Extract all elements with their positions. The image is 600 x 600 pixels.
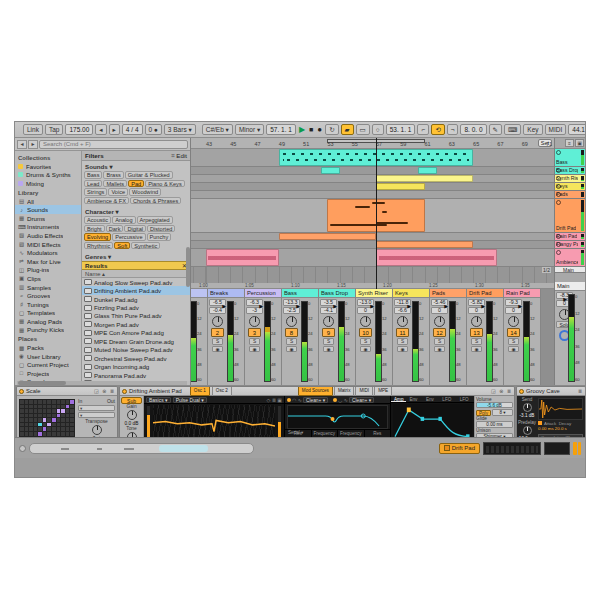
lane-bass[interactable] bbox=[189, 149, 554, 167]
scale-cell[interactable] bbox=[66, 405, 70, 409]
character-tag-acoustic[interactable]: Acoustic bbox=[84, 216, 111, 224]
scale-cell[interactable] bbox=[25, 400, 29, 404]
scale-cell[interactable] bbox=[20, 405, 24, 409]
osc2-tab[interactable]: Osc 2 bbox=[212, 386, 232, 396]
track-header-bass[interactable]: Bass bbox=[555, 149, 585, 167]
ir-display[interactable] bbox=[538, 398, 583, 420]
filter-scrollbar[interactable] bbox=[186, 247, 190, 287]
mixer-track-name[interactable]: Rain Pad bbox=[504, 289, 540, 298]
track-activator-button[interactable]: 2 bbox=[211, 328, 224, 337]
result-item-muted-noise-sweep-pad-adv[interactable]: Muted Noise Sweep Pad.adv bbox=[82, 346, 190, 354]
filter1-type-icons[interactable]: ◠ ∿ bbox=[292, 397, 302, 403]
result-item-morgen-pad-adv[interactable]: Morgen Pad.adv bbox=[82, 320, 190, 328]
result-item-orchestral-sweep-pad-adv[interactable]: Orchestral Sweep Pad.adv bbox=[82, 354, 190, 362]
scale-cell[interactable] bbox=[25, 409, 29, 413]
chain-overview-button[interactable] bbox=[19, 445, 26, 452]
sidebar-item-grooves[interactable]: ≈Grooves bbox=[15, 291, 81, 300]
scale-cell[interactable] bbox=[52, 409, 56, 413]
scale-cell[interactable] bbox=[34, 427, 38, 431]
solo-button[interactable]: S bbox=[249, 338, 260, 345]
sidebar-item-punchy-kicks[interactable]: ▦Punchy Kicks bbox=[15, 326, 81, 335]
arm-button[interactable]: ◉ bbox=[471, 346, 482, 353]
wavetable-name-menu[interactable]: Pulse Dual ▾ bbox=[173, 397, 207, 403]
mod-tab-midi[interactable]: MIDI bbox=[355, 386, 373, 396]
scale-cell[interactable] bbox=[47, 405, 51, 409]
clip-ambience[interactable] bbox=[376, 249, 497, 266]
scale-cell[interactable] bbox=[47, 432, 51, 436]
scale-cell[interactable] bbox=[52, 414, 56, 418]
solo-button[interactable]: S bbox=[434, 338, 445, 345]
sidebar-item-drums[interactable]: ▦Drums bbox=[15, 214, 81, 223]
scale-cell[interactable] bbox=[43, 423, 47, 427]
record-button[interactable]: ● bbox=[317, 125, 322, 134]
scale-cell[interactable] bbox=[29, 400, 33, 404]
sidebar-item-modulators[interactable]: ∿Modulators bbox=[15, 248, 81, 257]
osc1-tab[interactable]: Osc 1 bbox=[190, 386, 210, 396]
character-section-label[interactable]: Character ▾ bbox=[82, 206, 190, 216]
arm-icon[interactable] bbox=[556, 200, 561, 205]
track-activator-button[interactable]: 13 bbox=[470, 328, 483, 337]
sidebar-item-instruments[interactable]: ⌨Instruments bbox=[15, 223, 81, 232]
scale-cell[interactable] bbox=[70, 423, 74, 427]
scale-cell[interactable] bbox=[52, 400, 56, 404]
track-header-bass-drop[interactable]: Bass Drop bbox=[555, 167, 585, 175]
track-header-flangy-pad[interactable]: Flangy Pad bbox=[555, 241, 585, 249]
sidebar-item-user-library[interactable]: ◉User Library bbox=[15, 352, 81, 361]
sound-tag-ambience-fx[interactable]: Ambience & FX bbox=[84, 197, 129, 205]
link-button[interactable]: Link bbox=[23, 124, 43, 135]
sidebar-item-max-for-live[interactable]: ⇌Max for Live bbox=[15, 257, 81, 266]
sound-tag-piano-keys[interactable]: Piano & Keys bbox=[145, 180, 185, 188]
scale-cell[interactable] bbox=[38, 414, 42, 418]
zoom-half-chip[interactable]: 1/2 bbox=[542, 267, 551, 273]
scale-cell[interactable] bbox=[57, 427, 61, 431]
env-subtab-env-3[interactable]: Env 3 bbox=[423, 396, 439, 402]
arm-button[interactable]: ◉ bbox=[360, 346, 371, 353]
midi-map-button[interactable]: MIDI bbox=[545, 124, 567, 135]
pan-knob[interactable] bbox=[397, 316, 408, 327]
scale-cell[interactable] bbox=[34, 409, 38, 413]
sounds-section-label[interactable]: Sounds ▾ bbox=[82, 161, 190, 171]
main-track-header[interactable]: 1/2 Main bbox=[555, 267, 585, 273]
overview-visible-segment[interactable] bbox=[159, 445, 208, 452]
genres-section-label[interactable]: Genres ▾ bbox=[82, 251, 190, 261]
mini-keyboard-display[interactable] bbox=[483, 442, 541, 455]
scale-root-menu[interactable]: C#/Eb ▾ bbox=[202, 124, 233, 135]
scale-cell[interactable] bbox=[43, 405, 47, 409]
scale-cell[interactable] bbox=[70, 427, 74, 431]
arm-button[interactable]: ◉ bbox=[286, 346, 297, 353]
play-button[interactable]: ▶ bbox=[299, 125, 305, 134]
filter-response-display[interactable] bbox=[287, 405, 388, 429]
scale-cell[interactable] bbox=[57, 418, 61, 422]
scale-cell[interactable] bbox=[47, 409, 51, 413]
sidebar-item-tunings[interactable]: ♯Tunings bbox=[15, 300, 81, 309]
device-chain-overview[interactable] bbox=[29, 443, 254, 454]
solo-button[interactable]: S bbox=[286, 338, 297, 345]
character-tag-soft[interactable]: Soft bbox=[114, 242, 130, 250]
track-header-rain-pad[interactable]: Rain Pad bbox=[555, 233, 585, 241]
lane-ambience[interactable] bbox=[189, 249, 554, 267]
scale-cell[interactable] bbox=[38, 432, 42, 436]
glide-value[interactable]: 0.00 ms bbox=[476, 421, 513, 428]
env-subtab-env-2[interactable]: Env 2 bbox=[406, 396, 422, 402]
arm-button[interactable]: ◉ bbox=[434, 346, 445, 353]
sidebar-item-sounds[interactable]: ♪Sounds bbox=[15, 205, 81, 214]
lane-flangy-pad[interactable] bbox=[189, 241, 554, 249]
track-header-pads[interactable]: Pads bbox=[555, 191, 585, 199]
sidebar-item-packs[interactable]: ▩Packs bbox=[15, 343, 81, 352]
playhead[interactable] bbox=[376, 138, 377, 289]
sound-tag-strings[interactable]: Strings bbox=[84, 188, 107, 196]
computer-midi-keyboard-button[interactable]: ⌨ bbox=[504, 124, 521, 135]
scale-cell[interactable] bbox=[43, 432, 47, 436]
scale-cell[interactable] bbox=[66, 400, 70, 404]
filter1-mode-menu[interactable]: Clean+ ▾ bbox=[303, 397, 328, 403]
scale-cell[interactable] bbox=[66, 414, 70, 418]
scale-cell[interactable] bbox=[66, 409, 70, 413]
scale-cell[interactable] bbox=[38, 427, 42, 431]
filter2-toggle[interactable] bbox=[333, 398, 337, 402]
scale-cell[interactable] bbox=[52, 405, 56, 409]
clip-ambience[interactable] bbox=[206, 249, 279, 266]
scale-cell[interactable] bbox=[43, 414, 47, 418]
mixer-track-name[interactable]: Breaks bbox=[208, 289, 244, 298]
pan-knob[interactable] bbox=[286, 316, 297, 327]
scale-cell[interactable] bbox=[29, 409, 33, 413]
